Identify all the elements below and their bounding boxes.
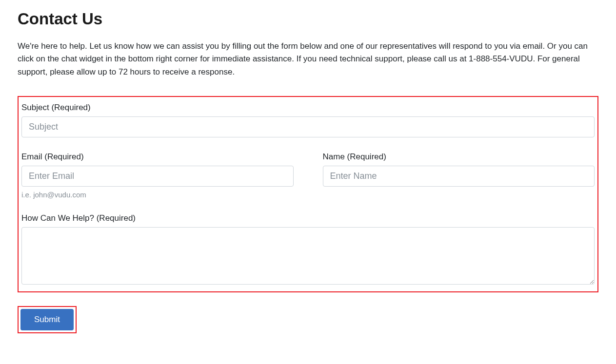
message-label: How Can We Help? (Required) [21, 213, 595, 223]
submit-highlight: Submit [18, 306, 77, 333]
email-label: Email (Required) [21, 152, 294, 162]
message-textarea[interactable] [21, 227, 595, 285]
page-title: Contact Us [18, 10, 598, 28]
intro-text: We're here to help. Let us know how we c… [18, 40, 598, 78]
email-input[interactable] [21, 166, 294, 187]
subject-label: Subject (Required) [21, 103, 595, 113]
email-help-text: i.e. john@vudu.com [21, 191, 294, 199]
name-label: Name (Required) [323, 152, 595, 162]
contact-form: Subject (Required) Email (Required) i.e.… [18, 96, 598, 292]
subject-input[interactable] [21, 116, 595, 137]
name-input[interactable] [323, 166, 595, 187]
submit-button[interactable]: Submit [20, 309, 74, 330]
